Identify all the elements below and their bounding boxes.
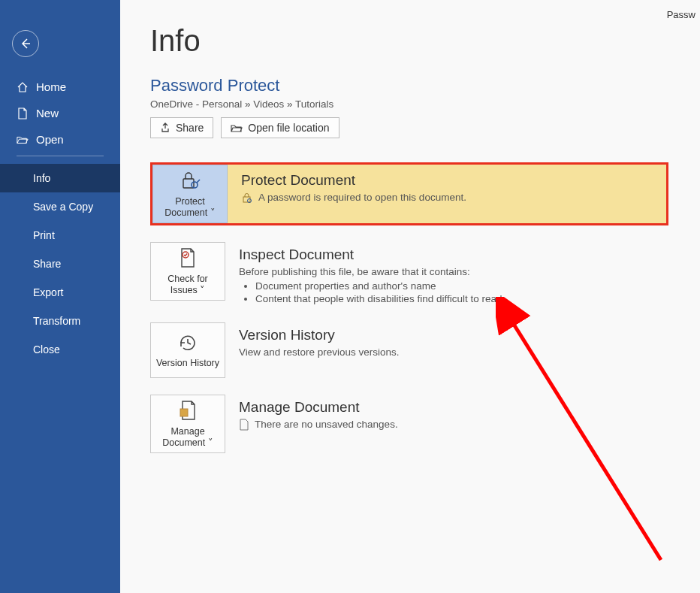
lock-small-icon <box>241 192 253 206</box>
back-arrow-icon <box>20 38 32 50</box>
backstage-sidebar: Home New Open Info Save a Copy Print Sha… <box>0 0 120 593</box>
main-content: Passw Info Password Protect OneDrive - P… <box>120 0 700 593</box>
sidebar-item-transform[interactable]: Transform <box>0 307 120 335</box>
sidebar-item-home[interactable]: Home <box>0 74 120 100</box>
version-btn-label: Version History <box>156 358 219 368</box>
sidebar-item-save-copy[interactable]: Save a Copy <box>0 192 120 221</box>
open-file-location-button[interactable]: Open file location <box>221 117 339 138</box>
protect-btn-label: Protect Document ˅ <box>156 196 224 218</box>
sidebar-label: Open <box>36 133 64 146</box>
version-history-button[interactable]: Version History <box>150 322 225 378</box>
folder-open-icon <box>17 134 29 146</box>
new-doc-icon <box>17 107 29 120</box>
sidebar-label: Home <box>36 80 66 93</box>
svg-rect-5 <box>180 409 188 416</box>
version-history-section: Version History Version History View and… <box>150 322 668 378</box>
version-desc: View and restore previous versions. <box>239 346 400 358</box>
document-check-icon <box>178 247 198 271</box>
check-for-issues-button[interactable]: Check for Issues ˅ <box>150 242 225 301</box>
manage-desc: There are no unsaved changes. <box>255 419 398 430</box>
chevron-down-icon: ˅ <box>200 285 205 295</box>
manage-document-button[interactable]: Manage Document ˅ <box>150 395 225 453</box>
protect-title: Protect Document <box>241 172 659 189</box>
svg-rect-2 <box>243 197 250 202</box>
manage-title: Manage Document <box>239 399 668 416</box>
sidebar-item-new[interactable]: New <box>0 100 120 126</box>
inspect-btn-label: Check for Issues ˅ <box>154 274 222 295</box>
sidebar-item-export[interactable]: Export <box>0 278 120 307</box>
share-button[interactable]: Share <box>150 117 213 138</box>
manage-btn-label: Manage Document ˅ <box>154 426 222 448</box>
sidebar-item-open[interactable]: Open <box>0 126 120 153</box>
inspect-item: Content that people with disabilities fi… <box>255 293 668 304</box>
share-label: Share <box>176 122 204 134</box>
breadcrumb: OneDrive - Personal » Videos » Tutorials <box>150 98 700 110</box>
folder-icon <box>231 123 243 133</box>
history-icon <box>178 333 198 355</box>
sidebar-item-info[interactable]: Info <box>0 164 120 192</box>
chevron-down-icon: ˅ <box>210 207 216 218</box>
page-title: Info <box>150 24 700 58</box>
protect-document-button[interactable]: Protect Document ˅ <box>152 165 228 223</box>
chevron-down-icon: ˅ <box>208 437 213 448</box>
inspect-title: Inspect Document <box>239 247 668 263</box>
sidebar-item-close[interactable]: Close <box>0 335 120 364</box>
svg-point-1 <box>192 182 198 188</box>
home-icon <box>17 81 29 93</box>
protect-desc: A password is required to open this docu… <box>258 192 466 203</box>
open-file-location-label: Open file location <box>248 122 329 134</box>
inspect-item: Document properties and author's name <box>255 280 668 292</box>
title-fragment: Passw <box>667 9 695 20</box>
share-icon <box>160 123 170 133</box>
sidebar-label: New <box>36 107 59 120</box>
manage-document-section: Manage Document ˅ Manage Document There … <box>150 395 668 453</box>
sidebar-item-share[interactable]: Share <box>0 250 120 278</box>
document-name: Password Protect <box>150 76 700 95</box>
version-title: Version History <box>239 327 668 343</box>
back-button[interactable] <box>12 30 39 57</box>
document-small-icon <box>239 419 249 433</box>
document-manage-icon <box>178 400 198 423</box>
protect-document-section: Protect Document ˅ Protect Document A pa… <box>150 162 668 225</box>
sidebar-divider <box>17 156 104 156</box>
lock-key-icon <box>179 170 201 193</box>
sidebar-item-print[interactable]: Print <box>0 221 120 250</box>
inspect-document-section: Check for Issues ˅ Inspect Document Befo… <box>150 242 668 306</box>
inspect-intro: Before publishing this file, be aware th… <box>239 266 470 277</box>
